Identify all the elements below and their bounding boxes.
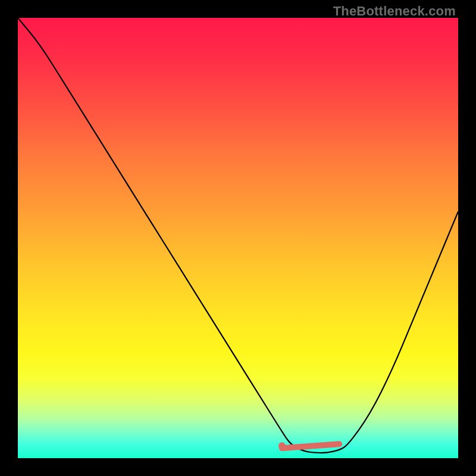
chart-stage: TheBottleneck.com [0,0,476,476]
marker-dot [278,442,286,449]
attribution-label: TheBottleneck.com [333,4,456,19]
plot-area [18,18,458,458]
marker-path [282,444,339,448]
optimal-marker [18,18,458,458]
